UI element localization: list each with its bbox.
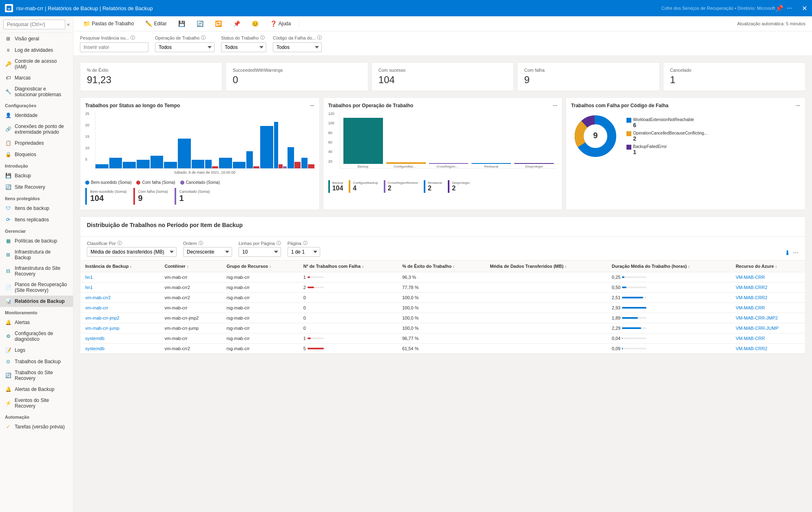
search-input[interactable] bbox=[3, 20, 65, 29]
cell-success-pct: 100,0 % bbox=[397, 323, 485, 333]
bar-group bbox=[95, 164, 108, 168]
ops-bar-label: ConfigureBackup bbox=[394, 165, 418, 168]
sidebar-item-diagnosticar[interactable]: 🔧 Diagnosticar e solucionar problemas bbox=[0, 84, 73, 100]
share-button[interactable]: 🔁 bbox=[212, 19, 225, 29]
svg-text:9: 9 bbox=[593, 131, 598, 140]
filter-status-select[interactable]: TodosBem-sucedidoCom falhaCancelado bbox=[221, 42, 266, 52]
log-icon: 📝 bbox=[5, 347, 11, 353]
props-icon: 📋 bbox=[5, 140, 11, 146]
cell-fail-jobs: 1 bbox=[299, 333, 397, 344]
bar bbox=[95, 164, 108, 168]
refresh-button[interactable]: 🔄 bbox=[193, 19, 207, 29]
sidebar-item-alertas-backup[interactable]: 🔔 Alertas de Backup bbox=[0, 384, 73, 395]
info-icon-sort: ⓘ bbox=[117, 240, 122, 246]
sidebar-item-marcas[interactable]: 🏷 Marcas bbox=[0, 72, 73, 84]
shield-icon: 🛡 bbox=[5, 205, 11, 212]
sidebar-item-iam[interactable]: 🔑 Controle de acesso (IAM) bbox=[0, 56, 73, 72]
sidebar-item-alertas[interactable]: 🔔 Alertas bbox=[0, 317, 73, 328]
toolbar-separator bbox=[299, 20, 299, 28]
cell-avg-duration: 0,50 bbox=[607, 282, 731, 293]
table-row: vm-mab-crr-jmp2 vm-mab-crr-jmp2 rsg-mab-… bbox=[80, 313, 805, 323]
auto-refresh-label: Atualização automática: 5 minutos bbox=[737, 21, 805, 26]
close-button[interactable]: ✕ bbox=[802, 4, 807, 12]
cell-resource-group: rsg-mab-crr bbox=[221, 313, 298, 323]
table-row: vm-mab-crr2 vm-mab-crr2 rsg-mab-crr 0 10… bbox=[80, 293, 805, 303]
save-button[interactable]: 💾 bbox=[175, 19, 188, 29]
ops-summary: Backup104ConfigureBackup4CrossRegionRest… bbox=[328, 180, 558, 193]
order-select[interactable]: DecrescenteCrescente bbox=[183, 247, 232, 257]
table-body: hn1 vm-mab-crr rsg-mab-crr 1 96,3 % 0,25… bbox=[80, 272, 805, 354]
bar bbox=[205, 160, 211, 168]
editar-button[interactable]: ✏️ Editar bbox=[142, 19, 170, 29]
cell-success-pct: 96,77 % bbox=[397, 333, 485, 344]
sidebar-item-propriedades[interactable]: 📋 Propriedades bbox=[0, 137, 73, 149]
filter-operation-select[interactable]: TodosBackupConfigureBackupCrossRegionRes… bbox=[155, 42, 215, 52]
ops-bar bbox=[514, 163, 554, 164]
chart-fail-more[interactable]: ··· bbox=[796, 103, 800, 108]
donut-container: 9 WorkloadExtensionNotReachable 6 bbox=[571, 112, 800, 161]
feedback-button[interactable]: 😊 bbox=[248, 19, 262, 29]
pin-button[interactable]: 📌 bbox=[230, 19, 243, 29]
bar-group bbox=[205, 160, 218, 168]
sidebar-item-trabalhos-sr[interactable]: 🔄 Trabalhos do Site Recovery bbox=[0, 367, 73, 384]
table-actions: ⬇ ··· bbox=[785, 249, 799, 257]
filter-search-input[interactable] bbox=[80, 42, 148, 52]
bar-group bbox=[192, 160, 205, 168]
summary-fail-value: 9 bbox=[138, 194, 168, 203]
rows-per-page-select[interactable]: 102550 bbox=[239, 247, 281, 257]
filter-operation-label: Operação de Trabalho ⓘ bbox=[155, 35, 215, 41]
info-icon-rows: ⓘ bbox=[277, 240, 281, 246]
table-more-icon[interactable]: ··· bbox=[793, 249, 799, 257]
bar bbox=[246, 151, 252, 168]
filter-error-select[interactable]: Todos bbox=[273, 42, 322, 52]
cell-azure: VM-MAB-CRR bbox=[731, 303, 805, 313]
sidebar-item-itens-backup[interactable]: 🛡 Itens de backup bbox=[0, 203, 73, 214]
bar bbox=[283, 166, 287, 168]
ops-bar-col: Desproteger bbox=[514, 163, 554, 168]
ops-bar-label: Desproteger bbox=[525, 165, 543, 168]
sidebar-item-planos[interactable]: 📄 Planos de Recuperação (Site Recovery) bbox=[0, 279, 73, 296]
sidebar-item-infra-sr[interactable]: ⊟ Infraestrutura do Site Recovery bbox=[0, 263, 73, 279]
kpi-label-4: Cancelado bbox=[670, 68, 799, 73]
sidebar-item-itens-replicados[interactable]: ⟳ Itens replicados bbox=[0, 214, 73, 225]
sidebar-item-trabalhos-backup[interactable]: ⊙ Trabalhos de Backup bbox=[0, 356, 73, 367]
sidebar-item-visao-geral[interactable]: ⊞ Visão geral bbox=[0, 33, 73, 44]
chart-ops-more[interactable]: ··· bbox=[553, 103, 557, 108]
sidebar-item-conexoes[interactable]: 🔗 Conexões de ponto de extremidade priva… bbox=[0, 121, 73, 137]
page-select[interactable]: 1 de 1 bbox=[288, 247, 320, 257]
sidebar-item-backup[interactable]: 💾 Backup bbox=[0, 170, 73, 181]
ops-summary-item: Desproteger2 bbox=[448, 180, 472, 193]
sort-by-select[interactable]: Média de dados transferidos (MB) bbox=[87, 247, 177, 257]
sidebar-item-tarefas[interactable]: ✓ Tarefas (versão prévia) bbox=[0, 421, 73, 433]
pin-icon[interactable]: 📌 bbox=[775, 4, 783, 12]
sidebar-item-infra-backup[interactable]: ⊞ Infraestrutura de Backup bbox=[0, 247, 73, 263]
sidebar-item-logs[interactable]: 📝 Logs bbox=[0, 344, 73, 356]
sidebar-search-container: « bbox=[0, 16, 73, 33]
cell-avg-duration: 2,51 bbox=[607, 293, 731, 303]
cell-container: vm-mab-crr-jump bbox=[159, 323, 221, 333]
kpi-success: Com sucesso 104 bbox=[372, 62, 514, 91]
bar bbox=[233, 162, 246, 168]
cell-avg-data bbox=[485, 303, 607, 313]
bar-group bbox=[233, 162, 246, 168]
sidebar-item-eventos-sr[interactable]: ⚡ Eventos do Site Recovery bbox=[0, 395, 73, 411]
sidebar-item-bloqueios[interactable]: 🔒 Bloqueios bbox=[0, 149, 73, 160]
chart-operations: Trabalhos por Operação de Trabalho ··· 1… bbox=[323, 97, 563, 210]
help-button[interactable]: ❓ Ajuda bbox=[267, 19, 294, 29]
refresh-icon: 🔄 bbox=[197, 20, 204, 27]
collapse-icon[interactable]: « bbox=[67, 22, 70, 27]
sidebar-item-log-atividades[interactable]: ≡ Log de atividades bbox=[0, 44, 73, 56]
sidebar-item-identidade[interactable]: 👤 Identidade bbox=[0, 110, 73, 121]
chart-more-btn[interactable]: ··· bbox=[310, 103, 314, 108]
chart-legend: Bem-sucedido (Soma) Com falha (Soma) Can… bbox=[85, 180, 314, 185]
kpi-fail: Com falha 9 bbox=[517, 62, 659, 91]
sidebar-item-diag[interactable]: ⚙ Configurações de diagnóstico bbox=[0, 328, 73, 344]
sidebar-item-relatorios[interactable]: 📊 Relatórios de Backup bbox=[0, 296, 73, 307]
bar bbox=[137, 160, 150, 168]
sidebar-item-politicas[interactable]: ▦ Políticas de backup bbox=[0, 235, 73, 247]
cell-instance: systemdb bbox=[80, 333, 159, 344]
pastas-button[interactable]: 📁 Pastas de Trabalho bbox=[80, 19, 137, 29]
sidebar-item-site-recovery[interactable]: 🔄 Site Recovery bbox=[0, 181, 73, 193]
more-icon[interactable]: ··· bbox=[787, 4, 792, 12]
download-icon[interactable]: ⬇ bbox=[785, 249, 790, 257]
